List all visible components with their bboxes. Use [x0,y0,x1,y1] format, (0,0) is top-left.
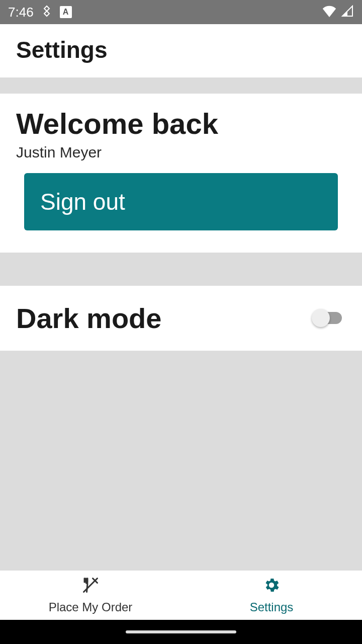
dark-mode-toggle[interactable] [312,308,346,328]
status-bar-right [322,5,354,19]
location-icon [41,5,53,19]
nav-place-order[interactable]: Place My Order [0,571,181,620]
sign-out-button[interactable]: Sign out [24,173,338,230]
status-bar: 7:46 A [0,0,362,24]
status-time: 7:46 [8,5,34,20]
svg-point-0 [270,584,273,587]
cell-signal-icon [341,5,354,19]
status-bar-left: 7:46 A [8,5,72,20]
section-divider [0,77,362,94]
nav-settings-label: Settings [250,600,294,614]
page-header: Settings [0,24,362,77]
nav-place-order-label: Place My Order [49,600,133,614]
nav-settings[interactable]: Settings [181,571,362,620]
system-nav-bar [0,620,362,644]
user-name: Justin Meyer [16,144,346,161]
utensils-icon [81,576,100,596]
home-indicator[interactable] [126,630,236,633]
page-title: Settings [16,36,346,63]
dark-mode-row: Dark mode [0,286,362,351]
section-divider [0,253,362,286]
welcome-card: Welcome back Justin Meyer Sign out [0,94,362,253]
bottom-nav: Place My Order Settings [0,571,362,620]
welcome-title: Welcome back [16,108,346,140]
switch-thumb [312,309,330,327]
dark-mode-label: Dark mode [16,302,161,335]
keyboard-icon: A [60,6,72,18]
gear-icon [262,576,281,596]
wifi-icon [322,5,337,19]
